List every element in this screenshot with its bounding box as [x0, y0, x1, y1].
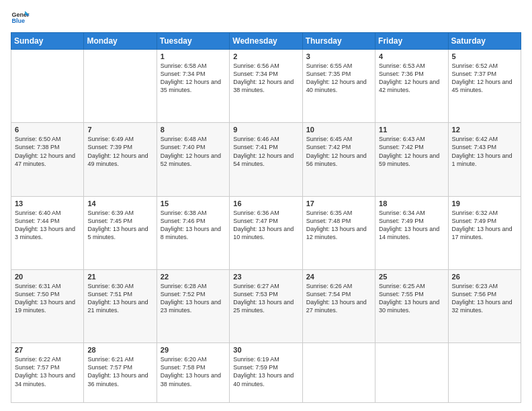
day-number: 6: [15, 126, 80, 134]
day-number: 13: [15, 199, 80, 208]
weekday-header-row: SundayMondayTuesdayWednesdayThursdayFrid…: [11, 33, 521, 50]
calendar-cell: 4Sunrise: 6:53 AMSunset: 7:36 PMDaylight…: [375, 50, 448, 123]
calendar-cell: 25Sunrise: 6:25 AMSunset: 7:55 PMDayligh…: [375, 269, 448, 342]
cell-details: Sunrise: 6:30 AMSunset: 7:51 PMDaylight:…: [87, 283, 148, 314]
weekday-header-thursday: Thursday: [302, 33, 375, 50]
weekday-header-saturday: Saturday: [448, 33, 521, 50]
weekday-header-tuesday: Tuesday: [157, 33, 229, 50]
calendar-cell: 24Sunrise: 6:26 AMSunset: 7:54 PMDayligh…: [302, 269, 375, 342]
calendar-cell: 6Sunrise: 6:50 AMSunset: 7:38 PMDaylight…: [11, 123, 84, 196]
day-number: 2: [233, 52, 298, 60]
calendar-cell: 2Sunrise: 6:56 AMSunset: 7:34 PMDaylight…: [230, 50, 302, 123]
cell-details: Sunrise: 6:31 AMSunset: 7:50 PMDaylight:…: [15, 283, 75, 314]
day-number: 3: [306, 52, 371, 60]
calendar-cell: [302, 343, 375, 403]
cell-details: Sunrise: 6:52 AMSunset: 7:37 PMDaylight:…: [452, 62, 513, 93]
day-number: 26: [452, 273, 517, 281]
cell-details: Sunrise: 6:20 AMSunset: 7:58 PMDaylight:…: [161, 356, 221, 387]
cell-details: Sunrise: 6:43 AMSunset: 7:42 PMDaylight:…: [379, 136, 439, 167]
calendar-cell: 3Sunrise: 6:55 AMSunset: 7:35 PMDaylight…: [302, 50, 375, 123]
calendar-cell: 13Sunrise: 6:40 AMSunset: 7:44 PMDayligh…: [11, 196, 84, 269]
cell-details: Sunrise: 6:28 AMSunset: 7:52 PMDaylight:…: [161, 283, 221, 314]
day-number: 17: [306, 199, 371, 208]
calendar-cell: 16Sunrise: 6:36 AMSunset: 7:47 PMDayligh…: [230, 196, 302, 269]
day-number: 12: [452, 126, 517, 134]
calendar-table: SundayMondayTuesdayWednesdayThursdayFrid…: [11, 32, 521, 403]
day-number: 10: [306, 126, 371, 134]
cell-details: Sunrise: 6:48 AMSunset: 7:40 PMDaylight:…: [161, 136, 221, 167]
cell-details: Sunrise: 6:50 AMSunset: 7:38 PMDaylight:…: [15, 136, 75, 167]
calendar-cell: 11Sunrise: 6:43 AMSunset: 7:42 PMDayligh…: [375, 123, 448, 196]
weekday-header-monday: Monday: [84, 33, 157, 50]
calendar-cell: 7Sunrise: 6:49 AMSunset: 7:39 PMDaylight…: [84, 123, 157, 196]
calendar-cell: 1Sunrise: 6:58 AMSunset: 7:34 PMDaylight…: [157, 50, 229, 123]
calendar-cell: 14Sunrise: 6:39 AMSunset: 7:45 PMDayligh…: [84, 196, 157, 269]
calendar-cell: 8Sunrise: 6:48 AMSunset: 7:40 PMDaylight…: [157, 123, 229, 196]
calendar-cell: 29Sunrise: 6:20 AMSunset: 7:58 PMDayligh…: [157, 343, 229, 403]
weekday-header-sunday: Sunday: [11, 33, 84, 50]
calendar-cell: 19Sunrise: 6:32 AMSunset: 7:49 PMDayligh…: [448, 196, 521, 269]
cell-details: Sunrise: 6:26 AMSunset: 7:54 PMDaylight:…: [306, 283, 367, 314]
svg-text:Blue: Blue: [11, 17, 25, 24]
cell-details: Sunrise: 6:46 AMSunset: 7:41 PMDaylight:…: [233, 136, 294, 167]
header: General Blue: [11, 8, 521, 27]
cell-details: Sunrise: 6:58 AMSunset: 7:34 PMDaylight:…: [161, 62, 221, 93]
calendar-cell: 17Sunrise: 6:35 AMSunset: 7:48 PMDayligh…: [302, 196, 375, 269]
cell-details: Sunrise: 6:22 AMSunset: 7:57 PMDaylight:…: [15, 356, 75, 387]
day-number: 11: [379, 126, 444, 134]
calendar-cell: 27Sunrise: 6:22 AMSunset: 7:57 PMDayligh…: [11, 343, 84, 403]
cell-details: Sunrise: 6:32 AMSunset: 7:49 PMDaylight:…: [452, 210, 513, 240]
cell-details: Sunrise: 6:34 AMSunset: 7:49 PMDaylight:…: [379, 210, 439, 240]
cell-details: Sunrise: 6:40 AMSunset: 7:44 PMDaylight:…: [15, 210, 75, 240]
day-number: 18: [379, 199, 444, 208]
calendar-cell: 9Sunrise: 6:46 AMSunset: 7:41 PMDaylight…: [230, 123, 302, 196]
calendar-cell: 10Sunrise: 6:45 AMSunset: 7:42 PMDayligh…: [302, 123, 375, 196]
calendar-cell: [84, 50, 157, 123]
cell-details: Sunrise: 6:39 AMSunset: 7:45 PMDaylight:…: [87, 210, 148, 240]
day-number: 8: [161, 126, 226, 134]
day-number: 21: [87, 273, 152, 281]
calendar-cell: 26Sunrise: 6:23 AMSunset: 7:56 PMDayligh…: [448, 269, 521, 342]
calendar-cell: 22Sunrise: 6:28 AMSunset: 7:52 PMDayligh…: [157, 269, 229, 342]
calendar-cell: [375, 343, 448, 403]
day-number: 9: [233, 126, 298, 134]
day-number: 16: [233, 199, 298, 208]
calendar-cell: [11, 50, 84, 123]
weekday-header-wednesday: Wednesday: [230, 33, 302, 50]
calendar-cell: 20Sunrise: 6:31 AMSunset: 7:50 PMDayligh…: [11, 269, 84, 342]
day-number: 24: [306, 273, 371, 281]
calendar-cell: 30Sunrise: 6:19 AMSunset: 7:59 PMDayligh…: [230, 343, 302, 403]
logo-icon: General Blue: [11, 8, 30, 27]
day-number: 4: [379, 52, 444, 60]
calendar-cell: [448, 343, 521, 403]
calendar-cell: 5Sunrise: 6:52 AMSunset: 7:37 PMDaylight…: [448, 50, 521, 123]
cell-details: Sunrise: 6:56 AMSunset: 7:34 PMDaylight:…: [233, 62, 294, 93]
calendar-cell: 18Sunrise: 6:34 AMSunset: 7:49 PMDayligh…: [375, 196, 448, 269]
day-number: 28: [87, 346, 152, 354]
day-number: 30: [233, 346, 298, 354]
day-number: 5: [452, 52, 517, 60]
weekday-header-friday: Friday: [375, 33, 448, 50]
calendar-cell: 28Sunrise: 6:21 AMSunset: 7:57 PMDayligh…: [84, 343, 157, 403]
page: General Blue SundayMondayTuesdayWednesda…: [0, 0, 532, 411]
cell-details: Sunrise: 6:42 AMSunset: 7:43 PMDaylight:…: [452, 136, 513, 167]
cell-details: Sunrise: 6:21 AMSunset: 7:57 PMDaylight:…: [87, 356, 148, 387]
logo: General Blue: [11, 8, 34, 27]
cell-details: Sunrise: 6:38 AMSunset: 7:46 PMDaylight:…: [161, 210, 221, 240]
cell-details: Sunrise: 6:49 AMSunset: 7:39 PMDaylight:…: [87, 136, 148, 167]
day-number: 23: [233, 273, 298, 281]
cell-details: Sunrise: 6:36 AMSunset: 7:47 PMDaylight:…: [233, 210, 294, 240]
cell-details: Sunrise: 6:35 AMSunset: 7:48 PMDaylight:…: [306, 210, 367, 240]
day-number: 19: [452, 199, 517, 208]
cell-details: Sunrise: 6:55 AMSunset: 7:35 PMDaylight:…: [306, 62, 367, 93]
calendar-cell: 23Sunrise: 6:27 AMSunset: 7:53 PMDayligh…: [230, 269, 302, 342]
calendar-cell: 15Sunrise: 6:38 AMSunset: 7:46 PMDayligh…: [157, 196, 229, 269]
day-number: 14: [87, 199, 152, 208]
calendar-cell: 12Sunrise: 6:42 AMSunset: 7:43 PMDayligh…: [448, 123, 521, 196]
day-number: 25: [379, 273, 444, 281]
cell-details: Sunrise: 6:23 AMSunset: 7:56 PMDaylight:…: [452, 283, 513, 314]
cell-details: Sunrise: 6:45 AMSunset: 7:42 PMDaylight:…: [306, 136, 367, 167]
day-number: 20: [15, 273, 80, 281]
day-number: 29: [161, 346, 226, 354]
cell-details: Sunrise: 6:27 AMSunset: 7:53 PMDaylight:…: [233, 283, 294, 314]
